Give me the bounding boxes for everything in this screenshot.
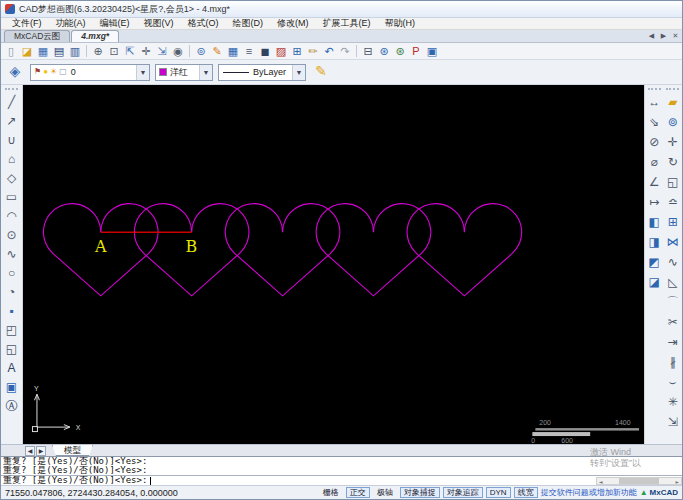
draw-ellipse-arc-icon[interactable]: ◔: [2, 283, 21, 302]
dim-linear-icon[interactable]: ↔: [645, 93, 663, 113]
color-combo[interactable]: 洋红 ▼: [155, 64, 213, 81]
menu-item-view[interactable]: 视图(V): [137, 17, 181, 30]
undo-icon[interactable]: ↶: [321, 44, 337, 59]
draw-polyline-icon[interactable]: ∪: [2, 131, 21, 150]
insert-block-icon[interactable]: ◰: [2, 321, 21, 340]
scale-icon[interactable]: ◱: [664, 173, 682, 193]
web-settings-icon[interactable]: ⊛: [392, 44, 408, 59]
open-file-icon[interactable]: ◪: [19, 44, 35, 59]
chevron-down-icon[interactable]: ▼: [292, 65, 305, 80]
draw-pencil-icon[interactable]: ✎: [311, 62, 331, 82]
menu-item-edit[interactable]: 编辑(E): [93, 17, 137, 30]
draw-rectangle-icon[interactable]: ▭: [2, 188, 21, 207]
scroll-right-icon[interactable]: ►: [673, 478, 681, 485]
tab-scroll-left-icon[interactable]: ◀: [647, 32, 656, 40]
dim-angular-icon[interactable]: ∠: [645, 173, 663, 193]
print-icon[interactable]: ⊟: [360, 44, 376, 59]
block-editor-icon[interactable]: ◼: [257, 44, 273, 59]
toolbar-grip[interactable]: [5, 88, 18, 90]
menu-item-help[interactable]: 帮助(H): [378, 17, 423, 30]
draw-point-icon[interactable]: ▪: [2, 302, 21, 321]
toggle-ortho[interactable]: 正交: [346, 487, 370, 498]
dim-edit-icon[interactable]: ◪: [645, 273, 663, 293]
draw-text-icon[interactable]: A: [2, 359, 21, 378]
copy-icon[interactable]: ⊚: [664, 113, 682, 133]
linetype-combo[interactable]: ByLayer ▼: [218, 64, 306, 81]
measure-icon[interactable]: ⊚: [193, 44, 209, 59]
open-folder-icon[interactable]: ▤: [51, 44, 67, 59]
linetype-manager-icon[interactable]: ≡: [241, 44, 257, 59]
zoom-scale-icon[interactable]: ⇲: [154, 44, 170, 59]
rotate-icon[interactable]: ↻: [664, 153, 682, 173]
draw-order-icon[interactable]: ✎: [209, 44, 225, 59]
layout-next-icon[interactable]: ▶: [36, 446, 46, 456]
layout-prev-icon[interactable]: ◀: [25, 446, 35, 456]
annotate-icon[interactable]: ✏: [305, 44, 321, 59]
toggle-polar[interactable]: 极轴: [373, 487, 397, 498]
table-edit-icon[interactable]: ⊞: [289, 44, 305, 59]
doc-tab-4mxg[interactable]: 4.mxg*: [71, 30, 119, 42]
mirror-icon[interactable]: ⋈: [664, 233, 682, 253]
toggle-otrack[interactable]: 对象追踪: [443, 487, 483, 498]
color-palette-icon[interactable]: ▨: [273, 44, 289, 59]
chevron-down-icon[interactable]: ▼: [136, 65, 149, 80]
zoom-window-icon[interactable]: ⊡: [106, 44, 122, 59]
break-icon[interactable]: ∦: [664, 353, 682, 373]
draw-spline-icon[interactable]: ∿: [2, 245, 21, 264]
join-icon[interactable]: ⌣: [664, 373, 682, 393]
web-publish-icon[interactable]: ⊛: [376, 44, 392, 59]
toolbar-grip[interactable]: [666, 88, 679, 90]
tab-model[interactable]: 模型: [52, 445, 93, 456]
draw-ellipse-icon[interactable]: ○: [2, 264, 21, 283]
zoom-extents-icon[interactable]: ⇱: [122, 44, 138, 59]
zoom-in-icon[interactable]: ⊕: [90, 44, 106, 59]
erase-icon[interactable]: ▰: [664, 93, 682, 113]
tab-close-icon[interactable]: ✕: [671, 32, 680, 40]
pdf-export-icon[interactable]: P: [408, 44, 424, 59]
chamfer-icon[interactable]: ◺: [664, 273, 682, 293]
toggle-osnap[interactable]: 对象捕捉: [400, 487, 440, 498]
save-as-icon[interactable]: ▥: [67, 44, 83, 59]
menu-item-format[interactable]: 格式(O): [181, 17, 226, 30]
menu-item-modify[interactable]: 修改(M): [270, 17, 316, 30]
fillet-icon[interactable]: ⌒: [664, 293, 682, 313]
feedback-link[interactable]: 提交软件问题或增加新功能: [541, 487, 637, 498]
menu-item-ext-tools[interactable]: 扩展工具(E): [316, 17, 378, 30]
dim-center-mark-icon[interactable]: ◩: [645, 253, 663, 273]
extend-icon[interactable]: ⇥: [664, 333, 682, 353]
new-file-icon[interactable]: ▯: [3, 44, 19, 59]
insert-image-icon[interactable]: ▣: [424, 44, 440, 59]
create-block-icon[interactable]: ◱: [2, 340, 21, 359]
draw-xline-icon[interactable]: ↗: [2, 112, 21, 131]
toggle-dyn[interactable]: DYN: [486, 487, 511, 498]
doc-tab-mxcad-cloud[interactable]: MxCAD云图: [4, 30, 70, 42]
dim-diameter-icon[interactable]: ⌀: [645, 153, 663, 173]
layer-combo[interactable]: ⚑●☀▢ 0 ▼: [30, 64, 150, 81]
edit-polyline-icon[interactable]: ∿: [664, 253, 682, 273]
array-icon[interactable]: ⊞: [664, 213, 682, 233]
draw-circle-icon[interactable]: ⊙: [2, 226, 21, 245]
insert-raster-image-icon[interactable]: ▣: [2, 378, 21, 397]
scrollbar-thumb[interactable]: [619, 478, 659, 484]
menu-item-function[interactable]: 功能(A): [49, 17, 93, 30]
menu-item-file[interactable]: 文件(F): [5, 17, 49, 30]
canvas-svg[interactable]: AB Y X20014000600: [23, 85, 644, 444]
redo-icon[interactable]: ↷: [337, 44, 353, 59]
save-file-icon[interactable]: ▦: [35, 44, 51, 59]
chevron-down-icon[interactable]: ▼: [199, 65, 212, 80]
draw-polygon-irregular-icon[interactable]: ◇: [2, 169, 21, 188]
stretch-icon[interactable]: ⇲: [664, 413, 682, 433]
trim-icon[interactable]: ✂: [664, 313, 682, 333]
drawing-canvas[interactable]: AB Y X20014000600: [23, 85, 644, 444]
dim-continue-icon[interactable]: ↦: [645, 193, 663, 213]
toolbar-grip[interactable]: [648, 88, 661, 90]
explode-icon[interactable]: ✳: [664, 393, 682, 413]
command-input-line[interactable]: 重复? [是(Yes)/否(No)]<Yes>:: [1, 475, 682, 485]
scroll-left-icon[interactable]: ◄: [597, 478, 605, 485]
dim-tolerance-icon[interactable]: ◨: [645, 233, 663, 253]
pan-icon[interactable]: ✛: [138, 44, 154, 59]
dim-leader-icon[interactable]: ◧: [645, 213, 663, 233]
zoom-object-icon[interactable]: ◉: [170, 44, 186, 59]
dim-aligned-icon[interactable]: ⇘: [645, 113, 663, 133]
command-window[interactable]: 重复? [是(Yes)/否(No)]<Yes>:重复? [是(Yes)/否(No…: [1, 456, 682, 485]
